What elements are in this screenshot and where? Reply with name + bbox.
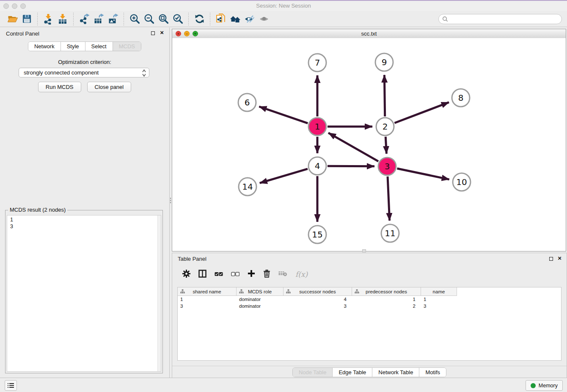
table-cell[interactable]: 4 [284, 297, 352, 302]
column-header-label: predecessor nodes [366, 289, 407, 294]
save-session-icon[interactable] [19, 13, 34, 25]
network-graph[interactable]: 1234678910111415 [172, 38, 566, 251]
tab-select[interactable]: Select [85, 42, 113, 51]
tab-network-table[interactable]: Network Table [372, 368, 419, 377]
graph-node-label-6: 6 [245, 97, 250, 108]
home-icon[interactable] [228, 13, 242, 25]
delete-table-icon-disabled[interactable] [278, 271, 287, 278]
column-header-label: successor nodes [299, 289, 336, 294]
export-network-icon[interactable] [77, 13, 91, 25]
mcds-result-box: MCDS result (2 nodes) 13 [5, 210, 163, 373]
zoom-in-icon[interactable] [127, 13, 142, 25]
table-settings-gear-icon[interactable] [182, 270, 190, 279]
graph-edge-2-8[interactable] [394, 102, 449, 123]
search-field-wrap [438, 14, 562, 24]
zoom-fit-icon[interactable] [156, 13, 171, 25]
graph-edge-2-9[interactable] [384, 75, 385, 116]
network-window-title: scc.txt [172, 30, 566, 37]
table-cell[interactable]: dominator [237, 304, 284, 309]
toolbar-separator [73, 13, 74, 25]
function-builder-icon-disabled[interactable]: f(x) [295, 270, 308, 279]
tab-mcds[interactable]: MCDS [113, 42, 141, 51]
table-cell[interactable]: 1 [352, 297, 421, 302]
graph-edge-4-14[interactable] [260, 169, 308, 183]
float-table-panel-icon[interactable] [549, 257, 553, 261]
task-history-button[interactable] [5, 380, 17, 391]
zoom-selected-icon[interactable] [171, 13, 185, 25]
export-image-icon[interactable] [106, 13, 120, 25]
tab-edge-table[interactable]: Edge Table [333, 368, 372, 377]
graph-node-label-1: 1 [315, 121, 320, 132]
split-divider-handle[interactable] [362, 249, 366, 252]
import-table-icon[interactable] [55, 13, 70, 25]
create-column-plus-icon[interactable] [248, 270, 255, 279]
column-header-successor-nodes[interactable]: successor nodes [284, 287, 352, 295]
criterion-dropdown-value: strongly connected component [24, 69, 99, 76]
memory-button-label: Memory [539, 383, 558, 389]
graph-edge-1-6[interactable] [259, 107, 308, 123]
split-divider-handle[interactable] [170, 197, 171, 204]
window-titlebar: Session: New Session [0, 1, 567, 11]
table-cell[interactable]: 1 [421, 297, 457, 302]
tab-style[interactable]: Style [61, 42, 85, 51]
graph-edge-3-1[interactable] [328, 133, 378, 161]
table-cell[interactable]: dominator [237, 297, 284, 302]
optimization-criterion-label: Optimization criterion: [0, 59, 169, 65]
export-table-icon[interactable] [91, 13, 106, 25]
graph-node-label-3: 3 [385, 161, 390, 171]
column-header-mcds-role[interactable]: MCDS role [237, 287, 284, 295]
table-cell[interactable]: 3 [178, 304, 237, 309]
mcds-result-text[interactable]: 13 [7, 215, 161, 372]
mcds-result-line: 1 [10, 216, 161, 223]
graph-edge-4-3[interactable] [328, 166, 374, 166]
table-cell[interactable]: 1 [178, 297, 237, 302]
show-columns-icon[interactable] [198, 270, 206, 279]
show-all-eye-icon[interactable] [257, 13, 271, 25]
graph-edge-3-11[interactable] [388, 177, 390, 221]
column-header-shared-name[interactable]: shared name [178, 287, 237, 295]
search-input[interactable] [438, 14, 562, 24]
network-window-titlebar[interactable]: × − + scc.txt [172, 29, 566, 39]
main-toolbar [0, 11, 567, 27]
import-network-icon[interactable] [41, 13, 55, 25]
close-panel-button[interactable]: Close panel [87, 82, 132, 92]
table-cell[interactable]: 3 [284, 304, 352, 309]
result-scrollbar[interactable] [157, 215, 161, 371]
close-table-panel-icon[interactable]: × [558, 254, 561, 262]
zoom-out-icon[interactable] [142, 13, 156, 25]
column-header-predecessor-nodes[interactable]: predecessor nodes [352, 287, 421, 295]
table-cell[interactable]: 2 [352, 304, 421, 309]
graph-edge-3-10[interactable] [397, 168, 449, 179]
search-icon [442, 16, 448, 24]
node-table: shared nameMCDS rolesuccessor nodesprede… [177, 287, 561, 361]
toolbar-separator [210, 13, 210, 25]
control-panel-title: Control Panel [6, 30, 39, 37]
open-session-icon[interactable] [5, 13, 19, 25]
window-title: Session: New Session [0, 3, 567, 9]
criterion-dropdown[interactable]: strongly connected component [19, 68, 149, 77]
new-network-from-selection-icon[interactable] [214, 13, 228, 25]
hide-selected-eye-slash-icon[interactable] [242, 13, 257, 25]
tab-network[interactable]: Network [28, 42, 61, 51]
graph-node-label-7: 7 [315, 58, 320, 68]
table-cell[interactable]: 3 [421, 304, 457, 309]
table-row[interactable]: 1dominator411 [178, 296, 561, 303]
table-panel-tabs: Node TableEdge TableNetwork TableMotifs [292, 367, 446, 377]
column-header-name[interactable]: name [421, 287, 457, 295]
select-all-checkboxes-icon[interactable] [215, 271, 223, 278]
memory-button[interactable]: Memory [526, 380, 563, 391]
close-panel-icon[interactable]: × [160, 29, 164, 36]
delete-column-trash-icon[interactable] [263, 270, 270, 279]
mcds-result-line: 3 [10, 223, 161, 230]
unselect-all-checkboxes-icon[interactable] [231, 271, 239, 278]
float-panel-icon[interactable] [151, 31, 155, 35]
tab-motifs[interactable]: Motifs [419, 368, 446, 377]
table-row[interactable]: 3dominator323 [178, 303, 561, 309]
table-toolbar: f(x) [177, 266, 561, 283]
refresh-icon[interactable] [192, 13, 206, 25]
toolbar-separator [188, 13, 189, 25]
network-canvas[interactable]: 1234678910111415 [172, 38, 566, 251]
tab-node-table[interactable]: Node Table [293, 368, 333, 377]
graph-edge-2-3[interactable] [385, 137, 386, 154]
run-mcds-button[interactable]: Run MCDS [38, 82, 81, 92]
